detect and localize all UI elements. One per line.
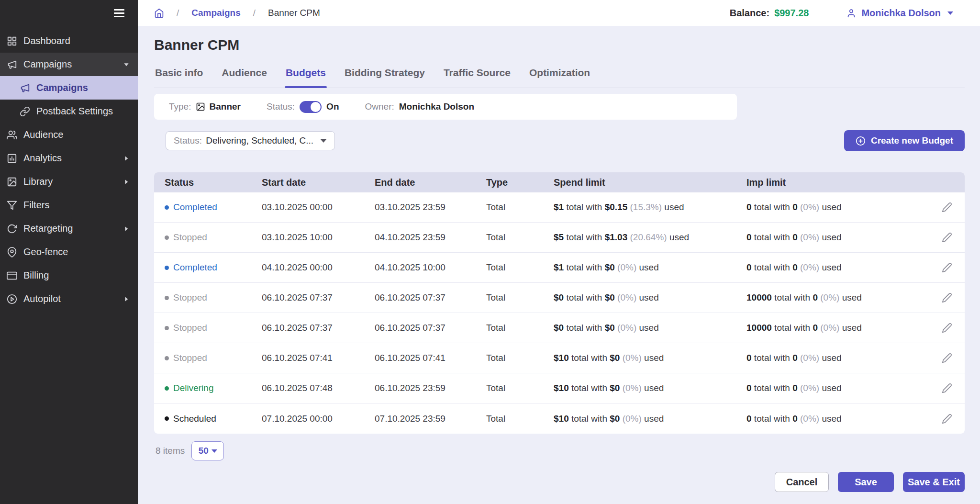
page-size-select[interactable]: 50 bbox=[191, 441, 224, 460]
status-value: On bbox=[326, 101, 339, 112]
status-label[interactable]: Completed bbox=[173, 262, 217, 273]
status-label[interactable]: Completed bbox=[173, 202, 217, 213]
status-cell: Scheduled bbox=[165, 414, 262, 424]
sidebar-item-label: Campaigns bbox=[23, 59, 122, 70]
status-label: Stopped bbox=[173, 353, 207, 363]
save-button[interactable]: Save bbox=[838, 472, 894, 492]
spend-limit-cell: $0 total with $0 (0%) used bbox=[554, 323, 746, 333]
table-header-row: StatusStart dateEnd dateTypeSpend limitI… bbox=[154, 172, 965, 192]
status-label: Stopped bbox=[173, 323, 207, 333]
save-and-exit-button[interactable]: Save & Exit bbox=[903, 472, 965, 492]
sidebar-item-label: Filters bbox=[23, 200, 130, 211]
cancel-button[interactable]: Cancel bbox=[775, 472, 829, 492]
status-dot-icon bbox=[165, 416, 169, 421]
breadcrumb-campaigns-link[interactable]: Campaigns bbox=[191, 8, 240, 18]
chevron-down-icon bbox=[320, 139, 327, 143]
campaign-status: Status: On bbox=[267, 101, 339, 113]
pencil-icon bbox=[942, 353, 952, 363]
sidebar-item-postback-settings[interactable]: Postback Settings bbox=[0, 100, 138, 123]
megaphone-icon bbox=[20, 83, 30, 93]
type-cell: Total bbox=[486, 202, 554, 213]
sidebar-item-analytics[interactable]: Analytics bbox=[0, 146, 138, 170]
sidebar-item-label: Autopilot bbox=[23, 293, 122, 304]
tab-audience[interactable]: Audience bbox=[222, 67, 267, 88]
user-name: Monichka Dolson bbox=[861, 8, 941, 19]
status-filter-value: Delivering, Scheduled, C... bbox=[206, 135, 313, 146]
start-date-cell: 06.10.2025 07:41 bbox=[262, 353, 375, 363]
status-cell: Completed bbox=[165, 202, 262, 213]
start-date-cell: 04.10.2025 00:00 bbox=[262, 262, 375, 273]
edit-budget-button[interactable] bbox=[940, 260, 954, 275]
topbar: / Campaigns / Banner CPM Balance: $997.2… bbox=[138, 0, 980, 26]
edit-budget-button[interactable] bbox=[940, 230, 954, 245]
budget-row: Completed03.10.2025 00:0003.10.2025 23:5… bbox=[154, 192, 965, 223]
status-label: Stopped bbox=[173, 232, 207, 243]
start-date-cell: 03.10.2025 10:00 bbox=[262, 232, 375, 243]
hamburger-menu-icon[interactable] bbox=[112, 7, 126, 19]
edit-budget-button[interactable] bbox=[940, 291, 954, 305]
edit-budget-button[interactable] bbox=[940, 200, 954, 214]
sidebar-item-geo-fence[interactable]: Geo-fence bbox=[0, 240, 138, 264]
status-dot-icon bbox=[165, 386, 169, 391]
end-date-cell: 04.10.2025 23:59 bbox=[375, 232, 486, 243]
sidebar-item-label: Retargeting bbox=[23, 223, 122, 234]
status-filter-select[interactable]: Status: Delivering, Scheduled, C... bbox=[166, 131, 335, 150]
spend-limit-cell: $1 total with $0.15 (15.3%) used bbox=[554, 202, 746, 213]
status-dot-icon bbox=[165, 296, 169, 300]
sidebar-item-billing[interactable]: Billing bbox=[0, 264, 138, 287]
autopilot-icon bbox=[7, 294, 17, 304]
tab-optimization[interactable]: Optimization bbox=[529, 67, 590, 88]
budget-row: Completed04.10.2025 00:0004.10.2025 10:0… bbox=[154, 253, 965, 283]
create-new-budget-button[interactable]: Create new Budget bbox=[844, 130, 965, 151]
sidebar-item-campaigns-sub[interactable]: Campaigns bbox=[0, 76, 138, 100]
tab-traffic-source[interactable]: Traffic Source bbox=[444, 67, 511, 88]
sidebar-item-filters[interactable]: Filters bbox=[0, 193, 138, 217]
sidebar-item-dashboard[interactable]: Dashboard bbox=[0, 29, 138, 53]
budget-row: Stopped06.10.2025 07:3706.10.2025 07:37T… bbox=[154, 283, 965, 313]
table-body: Completed03.10.2025 00:0003.10.2025 23:5… bbox=[154, 192, 965, 434]
status-dot-icon bbox=[165, 326, 169, 330]
tab-bidding-strategy[interactable]: Bidding Strategy bbox=[345, 67, 425, 88]
budget-row: Stopped06.10.2025 07:3706.10.2025 07:37T… bbox=[154, 313, 965, 343]
sidebar-item-autopilot[interactable]: Autopilot bbox=[0, 287, 138, 311]
sidebar-item-retargeting[interactable]: Retargeting bbox=[0, 217, 138, 240]
column-header-status: Status bbox=[165, 177, 262, 188]
breadcrumb-separator: / bbox=[253, 8, 256, 18]
status-cell: Delivering bbox=[165, 383, 262, 393]
spend-limit-cell: $10 total with $0 (0%) used bbox=[554, 383, 746, 393]
budget-row: Scheduled07.10.2025 00:0007.10.2025 23:5… bbox=[154, 403, 965, 434]
edit-budget-button[interactable] bbox=[940, 412, 954, 426]
tab-budgets[interactable]: Budgets bbox=[286, 67, 326, 88]
sidebar: DashboardCampaignsCampaignsPostback Sett… bbox=[0, 0, 138, 504]
end-date-cell: 03.10.2025 23:59 bbox=[375, 202, 486, 213]
edit-budget-button[interactable] bbox=[940, 321, 954, 335]
status-toggle[interactable] bbox=[300, 101, 322, 113]
status-dot-icon bbox=[165, 356, 169, 360]
sidebar-item-campaigns[interactable]: Campaigns bbox=[0, 53, 138, 76]
end-date-cell: 07.10.2025 23:59 bbox=[375, 414, 486, 424]
form-actions: Cancel Save Save & Exit bbox=[154, 472, 965, 492]
sidebar-nav: DashboardCampaignsCampaignsPostback Sett… bbox=[0, 29, 138, 311]
column-header-type: Type bbox=[486, 177, 554, 188]
type-cell: Total bbox=[486, 323, 554, 333]
tab-basic-info[interactable]: Basic info bbox=[155, 67, 203, 88]
sidebar-item-library[interactable]: Library bbox=[0, 170, 138, 193]
home-icon[interactable] bbox=[154, 8, 164, 18]
chevron-right-icon bbox=[122, 225, 130, 233]
column-header-imp-limit: Imp limit bbox=[746, 177, 924, 188]
spend-limit-cell: $0 total with $0 (0%) used bbox=[554, 292, 746, 303]
edit-budget-button[interactable] bbox=[940, 351, 954, 365]
status-label: Stopped bbox=[173, 292, 207, 303]
pencil-icon bbox=[942, 323, 952, 333]
type-cell: Total bbox=[486, 262, 554, 273]
sidebar-item-audience[interactable]: Audience bbox=[0, 123, 138, 146]
imp-limit-cell: 0 total with 0 (0%) used bbox=[746, 232, 924, 243]
megaphone-icon bbox=[7, 59, 17, 70]
budget-filter-row: Status: Delivering, Scheduled, C... Crea… bbox=[154, 130, 965, 151]
start-date-cell: 07.10.2025 00:00 bbox=[262, 414, 375, 424]
edit-budget-button[interactable] bbox=[940, 381, 954, 395]
campaign-type: Type: Banner bbox=[169, 101, 241, 112]
user-menu[interactable]: Monichka Dolson bbox=[846, 8, 953, 19]
status-cell: Stopped bbox=[165, 292, 262, 303]
budget-row: Stopped03.10.2025 10:0004.10.2025 23:59T… bbox=[154, 223, 965, 253]
